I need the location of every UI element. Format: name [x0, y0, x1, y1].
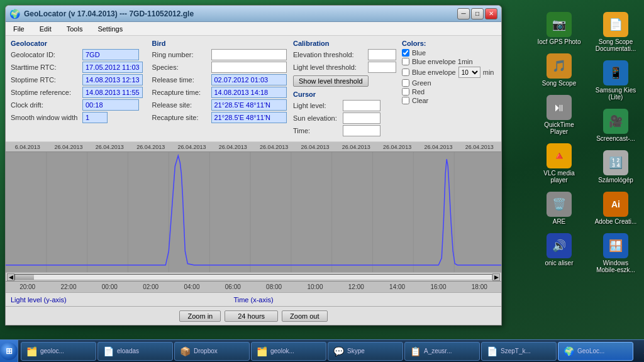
smooth-window-label: Smooth window width [11, 114, 80, 121]
menu-edit[interactable]: Edit [35, 24, 57, 34]
recapture-site-row: Recapture site: 21°28.5'E 48°11'N [152, 112, 289, 123]
taskbar-item-5[interactable]: 📋 A_zeusr... [404, 342, 480, 361]
zoom-out-button[interactable]: Zoom out [282, 310, 327, 322]
calibration-section: Calibration Elevation threshold: Light l… [293, 40, 397, 138]
chart-svg [6, 152, 501, 272]
desktop-icon-lomtar[interactable]: 🗑️ ARE [534, 189, 584, 228]
calib-header: Calibration [293, 40, 397, 47]
chart-scrollbar[interactable]: ◀ ▶ [6, 272, 501, 281]
release-site-row: Release site: 21°28.5'E 48°11'N [152, 99, 289, 111]
clock-drift-label: Clock drift: [11, 101, 80, 109]
scroll-left-button[interactable]: ◀ [7, 273, 14, 281]
taskbar-item-4[interactable]: 💬 Skype [328, 342, 403, 361]
taskbar-item-6[interactable]: 📄 SzepT_k... [481, 342, 557, 361]
stoptime-label: Stoptime RTC: [11, 76, 80, 84]
time-label-10: 16:00 [418, 283, 458, 290]
scroll-right-button[interactable]: ▶ [492, 273, 500, 281]
date-label-7: 26.04.2013 [294, 144, 335, 150]
release-time-row: Release time: 02.07.2012 01:03 [152, 74, 289, 85]
stoptime-ref-value[interactable]: 14.08.2013 11:55 [82, 87, 143, 98]
geolocator-id-label: Geolocator ID: [11, 51, 80, 58]
scrollbar-thumb[interactable] [15, 275, 34, 280]
time-label-8: 12:00 [336, 283, 377, 290]
menu-file[interactable]: File [8, 24, 30, 34]
x-axis-label: Time (x-axis) [191, 296, 316, 304]
sun-elevation-input[interactable] [343, 112, 380, 124]
species-value[interactable] [211, 62, 287, 73]
maximize-button[interactable]: □ [471, 8, 484, 19]
window-title: GeoLocator (v 17.04.2013) --- 7GD-110520… [24, 9, 457, 18]
geolocator-section: Geolocator Geolocator ID: 7GD Starttime … [11, 40, 147, 138]
scrollbar-track[interactable] [14, 274, 492, 280]
color-clear-checkbox[interactable] [402, 97, 409, 104]
taskbar-item-1[interactable]: 📄 eloadas [97, 342, 173, 361]
release-site-value[interactable]: 21°28.5'E 48°11'N [211, 99, 287, 111]
starttime-value[interactable]: 17.05.2012 11:03 [82, 62, 143, 73]
recapture-time-value[interactable]: 14.08.2013 14:18 [211, 87, 287, 98]
desktop-icon-vlc[interactable]: 🔺 VLC media player [534, 141, 584, 186]
taskbar-item-icon-2: 📦 [180, 346, 191, 356]
content-area: Geolocator Geolocator ID: 7GD Starttime … [6, 36, 501, 325]
taskbar-item-icon-7: 🌍 [564, 346, 574, 356]
chart-canvas[interactable] [6, 152, 501, 272]
time-cursor-input[interactable] [343, 125, 380, 136]
geolocator-id-value[interactable]: 7GD [82, 49, 139, 60]
desktop-icon-songscope[interactable]: 🎵 Song Scope [534, 51, 584, 89]
date-label-8: 26.04.2013 [336, 144, 377, 150]
light-level-cursor-row: Light level: [293, 100, 397, 111]
elevation-threshold-input[interactable] [368, 49, 396, 60]
menu-settings[interactable]: Settings [92, 24, 128, 34]
desktop-icon-screencast[interactable]: 🎥 Screencast-... [591, 106, 641, 145]
taskbar-items: 🗂️ geoloc... 📄 eloadas 📦 Dropbox 🗂️ geol… [18, 342, 636, 361]
taskbar-item-0[interactable]: 🗂️ geoloc... [21, 342, 96, 361]
bird-header: Bird [152, 40, 289, 47]
stoptime-value[interactable]: 14.08.2013 12:13 [82, 74, 143, 85]
color-blue-env1-checkbox[interactable] [402, 58, 409, 65]
taskbar-right: 🔺 🔊 HU 15:10 [636, 346, 644, 357]
desktop-icon-sound[interactable]: 🔊 onic aliser [534, 231, 584, 269]
taskbar-item-label-1: eloadas [117, 348, 139, 354]
color-blue-checkbox[interactable] [402, 49, 409, 57]
start-button[interactable]: ⊞ [0, 340, 18, 363]
smooth-window-value[interactable]: 1 [82, 112, 108, 123]
desktop-icon-samsung-kies[interactable]: 📱 Samsung Kies (Lite) [591, 58, 641, 103]
taskbar-item-icon-3: 🗂️ [257, 346, 267, 356]
recapture-site-value[interactable]: 21°28.5'E 48°11'N [211, 112, 287, 123]
desktop-icons-col2: 📷 Iocf GPS Photo 🎵 Song Scope ⏯ QuickTim… [531, 6, 587, 272]
light-level-cursor-input[interactable] [343, 100, 380, 111]
desktop-icon-calculator[interactable]: 🔢 Számológép [591, 148, 641, 186]
smooth-window-row: Smooth window width 1 [11, 112, 147, 123]
clock-drift-value[interactable]: 00:18 [82, 99, 139, 111]
color-green-checkbox[interactable] [402, 79, 409, 87]
release-time-value[interactable]: 02.07.2012 01:03 [211, 74, 287, 85]
color-red-row: Red [402, 88, 496, 96]
ring-number-value[interactable] [211, 49, 287, 60]
light-level-threshold-input[interactable] [368, 62, 396, 73]
zoom-24h-button[interactable]: 24 hours [225, 310, 278, 322]
taskbar-item-icon-5: 📋 [410, 346, 421, 356]
desktop-icon-songscope-doc[interactable]: 📄 Song Scope Documentati... [591, 9, 641, 55]
close-button[interactable]: ✕ [485, 8, 497, 19]
taskbar-item-3[interactable]: 🗂️ geolok... [251, 342, 326, 361]
menu-tools[interactable]: Tools [62, 24, 88, 34]
desktop-icon-gps-photo[interactable]: 📷 Iocf GPS Photo [534, 9, 584, 48]
sun-elevation-label: Sun elevation: [293, 114, 340, 122]
time-cursor-label: Time: [293, 127, 340, 134]
desktop-icon-windows-mobile[interactable]: 🪟 Windows Mobile-eszk... [591, 231, 641, 276]
color-red-checkbox[interactable] [402, 88, 409, 96]
geolocator-header: Geolocator [11, 40, 147, 47]
desktop-icon-quicktime[interactable]: ⏯ QuickTime Player [534, 92, 584, 138]
taskbar-item-label-3: geolok... [270, 348, 294, 354]
time-label-1: 22:00 [48, 283, 89, 290]
desktop-icon-adobe[interactable]: Ai Adobe Creati... [591, 189, 641, 228]
zoom-in-button[interactable]: Zoom in [179, 310, 221, 322]
window-titlebar: 🌍 GeoLocator (v 17.04.2013) --- 7GD-1105… [6, 6, 501, 22]
y-axis-label: Light level (y-axis) [11, 296, 191, 304]
taskbar-item-7[interactable]: 🌍 GeoLoc... [558, 342, 633, 361]
taskbar-item-2[interactable]: 📦 Dropbox [174, 342, 250, 361]
date-label-3: 26.04.2013 [130, 144, 171, 150]
blue-env-select[interactable]: 1051530 [458, 67, 480, 78]
show-level-threshold-button[interactable]: Show level threshold [293, 75, 369, 87]
color-blue-env-checkbox[interactable] [402, 69, 409, 76]
minimize-button[interactable]: ─ [457, 8, 470, 19]
